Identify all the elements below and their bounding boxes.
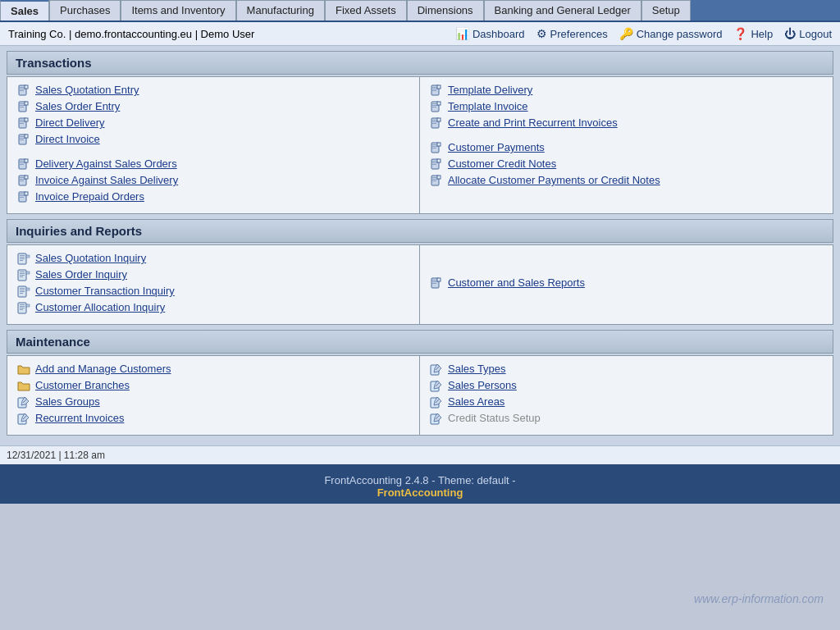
nav-tab-items-and-inventory[interactable]: Items and Inventory	[121, 0, 235, 21]
menu-link[interactable]: Template Invoice	[448, 100, 528, 112]
section-col-right-2: Sales Types Sales Persons Sales Areas Cr…	[420, 356, 833, 435]
main-content: Transactions Sales Quotation Entry Sales…	[0, 46, 840, 445]
doc-icon	[17, 117, 30, 130]
section-grid-1: Sales Quotation Inquiry Sales Order Inqu…	[7, 244, 833, 325]
svg-rect-82	[26, 288, 30, 290]
menu-link[interactable]: Invoice Prepaid Orders	[35, 190, 144, 203]
svg-rect-73	[20, 273, 25, 274]
menu-item: Customer and Sales Reports	[430, 276, 585, 290]
menu-link[interactable]: Customer Credit Notes	[448, 158, 556, 170]
menu-link: Credit Status Setup	[448, 412, 541, 424]
menu-item: Sales Order Entry	[17, 100, 409, 114]
menu-item: Customer Transaction Inquiry	[17, 285, 409, 299]
doc-icon	[430, 277, 443, 290]
datetime: 12/31/2021 | 11:28 am	[7, 450, 105, 461]
nav-tab-sales[interactable]: Sales	[0, 0, 49, 21]
top-navigation: SalesPurchasesItems and InventoryManufac…	[0, 0, 840, 22]
menu-link[interactable]: Sales Groups	[35, 395, 100, 408]
svg-rect-18	[20, 139, 24, 140]
nav-tab-purchases[interactable]: Purchases	[49, 0, 121, 21]
doc-icon	[430, 142, 443, 155]
header-link-preferences[interactable]: ⚙Preferences	[536, 27, 608, 40]
svg-rect-13	[20, 123, 24, 124]
menu-link[interactable]: Sales Types	[448, 363, 506, 375]
report-icon	[17, 269, 30, 282]
menu-item: Customer Credit Notes	[430, 158, 823, 171]
edit-icon	[17, 396, 30, 409]
menu-link[interactable]: Customer Payments	[448, 141, 545, 153]
footer-link[interactable]: FrontAccounting	[0, 486, 840, 499]
menu-link[interactable]: Sales Quotation Inquiry	[35, 252, 146, 264]
report-icon	[17, 302, 30, 315]
edit-icon	[430, 380, 443, 393]
svg-rect-39	[437, 85, 441, 89]
svg-rect-44	[437, 102, 441, 105]
menu-link[interactable]: Sales Persons	[448, 379, 517, 391]
menu-item: Credit Status Setup	[430, 412, 823, 426]
header-link-change-password[interactable]: 🔑Change password	[619, 27, 723, 40]
menu-item: Sales Quotation Entry	[17, 84, 409, 98]
edit-icon	[430, 413, 443, 426]
edit-icon	[430, 396, 443, 409]
menu-link[interactable]: Create and Print Recurrent Invoices	[448, 116, 618, 129]
svg-rect-88	[26, 304, 30, 307]
svg-rect-48	[432, 123, 436, 124]
nav-tab-fixed-assets[interactable]: Fixed Assets	[325, 0, 407, 21]
menu-item: Add and Manage Customers	[17, 363, 409, 377]
menu-link[interactable]: Add and Manage Customers	[35, 363, 171, 375]
report-icon	[17, 285, 30, 299]
menu-link[interactable]: Recurrent Invoices	[35, 412, 124, 424]
header-link-dashboard[interactable]: 📊Dashboard	[455, 27, 525, 40]
nav-tab-banking-and-general-ledger[interactable]: Banking and General Ledger	[484, 0, 641, 21]
svg-rect-29	[25, 176, 28, 179]
menu-link[interactable]: Template Delivery	[448, 84, 532, 96]
menu-link[interactable]: Customer Branches	[35, 379, 130, 391]
menu-item: Create and Print Recurrent Invoices	[430, 116, 823, 130]
doc-icon	[430, 101, 443, 114]
menu-link[interactable]: Invoice Against Sales Delivery	[35, 174, 178, 186]
report-icon	[17, 253, 30, 266]
menu-link[interactable]: Sales Quotation Entry	[35, 84, 139, 96]
menu-link[interactable]: Customer Allocation Inquiry	[35, 301, 165, 313]
doc-icon	[17, 134, 30, 147]
menu-link[interactable]: Allocate Customer Payments or Credit Not…	[448, 174, 660, 186]
nav-tab-setup[interactable]: Setup	[641, 0, 691, 21]
nav-tab-dimensions[interactable]: Dimensions	[407, 0, 484, 21]
menu-link[interactable]: Direct Delivery	[35, 116, 105, 129]
svg-rect-53	[432, 148, 436, 148]
section-grid-0: Sales Quotation Entry Sales Order Entry …	[7, 76, 833, 214]
section-header-2: Maintenance	[7, 330, 833, 354]
menu-item: Direct Invoice	[17, 133, 409, 147]
menu-item: Template Delivery	[430, 84, 823, 98]
menu-link[interactable]: Sales Order Inquiry	[35, 268, 127, 281]
menu-item: Sales Groups	[17, 395, 409, 409]
svg-rect-9	[25, 102, 28, 105]
svg-rect-49	[437, 118, 441, 121]
menu-link[interactable]: Customer Transaction Inquiry	[35, 285, 175, 297]
svg-rect-86	[20, 308, 25, 308]
logout-icon: ⏻	[784, 27, 796, 40]
nav-tab-manufacturing[interactable]: Manufacturing	[236, 0, 325, 21]
svg-rect-84	[20, 304, 25, 305]
menu-link[interactable]: Direct Invoice	[35, 133, 100, 145]
menu-link[interactable]: Delivery Against Sales Orders	[35, 158, 177, 170]
svg-rect-80	[20, 291, 25, 292]
svg-rect-66	[20, 255, 25, 256]
menu-link[interactable]: Customer and Sales Reports	[448, 276, 585, 289]
menu-item: Allocate Customer Payments or Credit Not…	[430, 174, 823, 188]
svg-rect-43	[432, 107, 436, 107]
menu-item: Sales Persons	[430, 379, 823, 393]
svg-rect-33	[20, 197, 24, 198]
menu-item: Sales Quotation Inquiry	[17, 252, 409, 266]
header-link-help[interactable]: ❓Help	[733, 27, 773, 40]
svg-rect-92	[432, 283, 436, 284]
menu-item: Customer Branches	[17, 379, 409, 393]
header-link-logout[interactable]: ⏻Logout	[784, 27, 832, 40]
svg-rect-68	[20, 258, 25, 259]
doc-icon	[430, 84, 443, 98]
doc-icon	[17, 191, 30, 204]
section-col-right-0: Template Delivery Template Invoice Creat…	[420, 77, 833, 213]
footer-version: FrontAccounting 2.4.8 - Theme: default -	[0, 474, 840, 486]
menu-link[interactable]: Sales Order Entry	[35, 100, 120, 112]
menu-link[interactable]: Sales Areas	[448, 395, 504, 408]
